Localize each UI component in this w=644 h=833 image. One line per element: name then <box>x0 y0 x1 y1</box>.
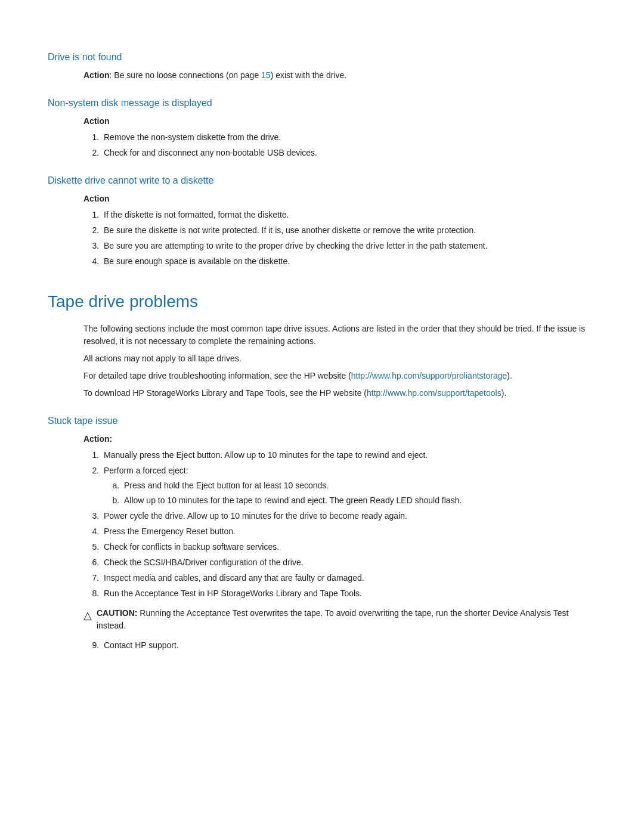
stuck-tape-list: Manually press the Eject button. Allow u… <box>101 449 596 600</box>
non-system-disk-heading: Non-system disk message is displayed <box>48 96 596 110</box>
caution-icon: △ <box>83 608 92 624</box>
tape-drive-major-heading: Tape drive problems <box>48 289 596 314</box>
proliantstorage-link[interactable]: http://www.hp.com/support/proliantstorag… <box>351 371 507 380</box>
list-item: Inspect media and cables, and discard an… <box>101 572 596 584</box>
drive-not-found-heading: Drive is not found <box>48 50 596 64</box>
list-item: Check the SCSI/HBA/Driver configuration … <box>101 556 596 569</box>
list-item: Check for and disconnect any non-bootabl… <box>101 147 596 159</box>
list-item: Run the Acceptance Test in HP StorageWor… <box>101 587 596 600</box>
list-item: Be sure enough space is available on the… <box>101 255 596 268</box>
tape-intro-3: For detailed tape drive troubleshooting … <box>83 370 596 382</box>
caution-text: CAUTION: Running the Acceptance Test ove… <box>97 607 596 632</box>
sub-list-item: Press and hold the Eject button for at l… <box>122 479 596 492</box>
list-item: Remove the non-system diskette from the … <box>101 131 596 144</box>
action-bold: Action <box>83 70 110 80</box>
tapetools-link[interactable]: http://www.hp.com/support/tapetools <box>367 388 501 398</box>
caution-body: Running the Acceptance Test overwrites t… <box>97 608 568 630</box>
list-item: Manually press the Eject button. Allow u… <box>101 449 596 462</box>
sub-list: Press and hold the Eject button for at l… <box>122 479 596 507</box>
sub-list-item: Allow up to 10 minutes for the tape to r… <box>122 494 596 507</box>
stuck-tape-list-cont: Contact HP support. <box>101 639 596 652</box>
page-link[interactable]: 15 <box>261 70 271 80</box>
list-item: Be sure the diskette is not write protec… <box>101 224 596 237</box>
drive-not-found-action: Action: Be sure no loose connections (on… <box>83 69 596 82</box>
diskette-drive-heading: Diskette drive cannot write to a diskett… <box>48 174 596 188</box>
non-system-action-label: Action <box>83 115 596 128</box>
caution-box: △ CAUTION: Running the Acceptance Test o… <box>83 607 596 632</box>
stuck-tape-action-label: Action: <box>83 433 596 445</box>
diskette-list: If the diskette is not formatted, format… <box>101 209 596 268</box>
diskette-action-label: Action <box>83 193 596 205</box>
caution-label: CAUTION: <box>97 608 137 618</box>
list-item: Press the Emergency Reset button. <box>101 525 596 538</box>
list-item: Power cycle the drive. Allow up to 10 mi… <box>101 510 596 522</box>
tape-intro-4: To download HP StorageWorks Library and … <box>83 387 596 400</box>
tape-intro-1: The following sections include the most … <box>83 323 596 348</box>
list-item: Be sure you are attempting to write to t… <box>101 240 596 252</box>
stuck-tape-heading: Stuck tape issue <box>48 414 596 428</box>
non-system-list: Remove the non-system diskette from the … <box>101 131 596 159</box>
tape-intro-2: All actions may not apply to all tape dr… <box>83 352 596 365</box>
list-item: Check for conflicts in backup software s… <box>101 541 596 553</box>
list-item: If the diskette is not formatted, format… <box>101 209 596 221</box>
list-item: Perform a forced eject: Press and hold t… <box>101 465 596 507</box>
list-item: Contact HP support. <box>101 639 596 652</box>
action-text-end: ) exist with the drive. <box>271 70 347 80</box>
action-text: : Be sure no loose connections (on page <box>110 70 262 80</box>
